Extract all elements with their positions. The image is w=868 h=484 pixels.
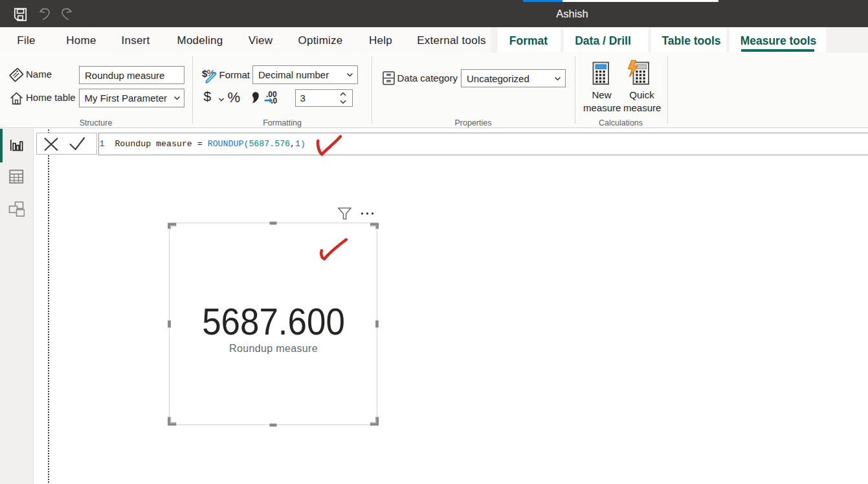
svg-text:0: 0 bbox=[273, 96, 278, 105]
